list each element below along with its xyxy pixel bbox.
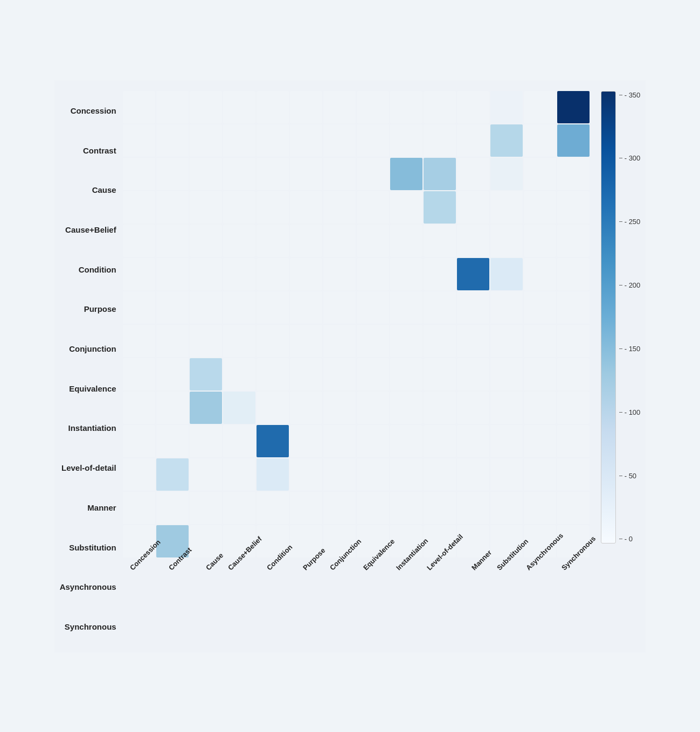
heatmap-cell: [490, 124, 523, 157]
heatmap-cell: [390, 425, 422, 457]
heatmap-cell: [457, 325, 489, 357]
heatmap-cell: [557, 492, 590, 524]
heatmap-cell: [524, 325, 556, 357]
x-label-container: Equivalence: [357, 561, 391, 647]
heatmap-cell: [390, 191, 422, 224]
heatmap-cell: [257, 291, 289, 324]
heatmap-cell: [490, 291, 523, 324]
heatmap-cell: [290, 325, 322, 357]
heatmap-cell: [357, 291, 389, 324]
heatmap-cell: [290, 91, 322, 123]
heatmap-cell: [390, 291, 422, 324]
heatmap-cell: [457, 492, 489, 524]
heatmap-cell: [357, 458, 389, 491]
heatmap-cell: [290, 492, 322, 524]
x-label-container: Contrast: [157, 561, 190, 647]
heatmap-cell: [557, 291, 590, 324]
heatmap-cell: [190, 158, 222, 190]
heatmap-cell: [156, 258, 189, 290]
y-label: Conjunction: [60, 333, 119, 365]
tick-mark: [619, 285, 622, 285]
heatmap-cell: [424, 291, 456, 324]
heatmap-cell: [524, 492, 556, 524]
heatmap-cell: [290, 225, 322, 257]
heatmap-cell: [424, 124, 456, 157]
heatmap-cell: [390, 225, 422, 257]
heatmap-cell: [123, 258, 155, 290]
tick-mark: [619, 158, 622, 158]
grid-and-xaxis: ConcessionContrastCauseCause+BeliefCondi…: [123, 91, 591, 647]
heatmap-cell: [156, 124, 189, 157]
heatmap-cell: [357, 425, 389, 457]
heatmap-cell: [123, 492, 155, 524]
heatmap-cell: [323, 158, 356, 190]
tick-group: - 200: [619, 281, 641, 289]
tick-label: - 100: [625, 408, 641, 416]
heatmap-cell: [257, 258, 289, 290]
heatmap-cell: [323, 91, 356, 123]
heatmap-cell: [123, 225, 155, 257]
heatmap-cell: [156, 291, 189, 324]
y-label: Contrast: [60, 134, 119, 166]
main-chart: ConcessionContrastCauseCause+BeliefCondi…: [60, 91, 591, 647]
heatmap-cell: [457, 191, 489, 224]
heatmap-cell: [357, 91, 389, 123]
heatmap-cell: [123, 458, 155, 491]
heatmap-cell: [323, 191, 356, 224]
heatmap-cell: [424, 492, 456, 524]
heatmap-cell: [156, 225, 189, 257]
colorbar-wrapper: - 350- 300- 250- 200- 150- 100- 50- 0: [601, 91, 641, 543]
heatmap-cell: [390, 158, 422, 190]
heatmap-cell: [557, 158, 590, 190]
x-label-container: Cause+Belief: [224, 561, 257, 647]
tick-label: - 200: [625, 281, 641, 289]
heatmap-cell: [490, 158, 523, 190]
heatmap-cell: [357, 225, 389, 257]
heatmap-cell: [223, 392, 255, 424]
heatmap-cell: [223, 225, 255, 257]
heatmap-cell: [123, 325, 155, 357]
heatmap-cell: [557, 91, 590, 123]
heatmap-cell: [390, 258, 422, 290]
heatmap-cell: [490, 91, 523, 123]
heatmap-cell: [390, 458, 422, 491]
tick-label: - 0: [625, 535, 633, 543]
heatmap-cell: [123, 358, 155, 391]
heatmap-cell: [257, 91, 289, 123]
y-label: Instantiation: [60, 412, 119, 444]
heatmap-cell: [390, 392, 422, 424]
heatmap-cell: [424, 392, 456, 424]
heatmap-cell: [190, 191, 222, 224]
heatmap-cell: [424, 191, 456, 224]
tick-group: - 0: [619, 535, 641, 543]
y-label: Equivalence: [60, 372, 119, 405]
heatmap-cell: [490, 392, 523, 424]
heatmap-cell: [557, 258, 590, 290]
heatmap-cell: [524, 225, 556, 257]
heatmap-cell: [357, 124, 389, 157]
heatmap-cell: [257, 392, 289, 424]
heatmap-cell: [156, 158, 189, 190]
heatmap-cell: [457, 91, 489, 123]
x-label-container: Cause: [190, 561, 224, 647]
heatmap-cell: [257, 492, 289, 524]
heatmap-cell: [190, 458, 222, 491]
tick-group: - 50: [619, 472, 641, 480]
heatmap-cell: [223, 425, 255, 457]
heatmap-cell: [424, 91, 456, 123]
y-label: Manner: [60, 491, 119, 524]
x-label-container: Substitution: [491, 561, 524, 647]
heatmap-cell: [490, 258, 523, 290]
heatmap-cell: [457, 158, 489, 190]
heatmap-cell: [357, 158, 389, 190]
heatmap-cell: [524, 392, 556, 424]
heatmap-cell: [290, 191, 322, 224]
heatmap-cell: [390, 124, 422, 157]
heatmap-cell: [190, 492, 222, 524]
tick-group: - 100: [619, 408, 641, 416]
tick-mark: [619, 221, 622, 222]
heatmap-cell: [490, 191, 523, 224]
colorbar-ticks: - 350- 300- 250- 200- 150- 100- 50- 0: [619, 91, 641, 543]
heatmap-cell: [123, 158, 155, 190]
heatmap-cell: [323, 325, 356, 357]
